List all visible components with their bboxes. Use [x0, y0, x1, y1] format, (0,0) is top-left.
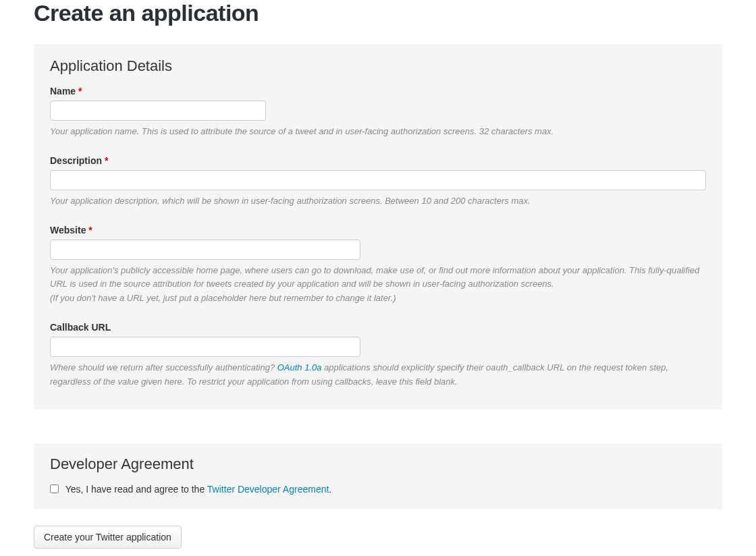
- description-help: Your application description, which will…: [50, 194, 706, 208]
- website-label: Website *: [50, 225, 706, 235]
- name-help: Your application name. This is used to a…: [50, 125, 706, 139]
- application-details-heading: Application Details: [50, 57, 706, 75]
- page-title: Create an application: [34, 0, 722, 26]
- website-group: Website * Your application's publicly ac…: [50, 225, 706, 306]
- description-label: Description *: [50, 155, 706, 166]
- create-application-button[interactable]: Create your Twitter application: [34, 526, 182, 549]
- description-group: Description * Your application descripti…: [50, 155, 706, 208]
- application-details-panel: Application Details Name * Your applicat…: [34, 44, 722, 410]
- callback-input[interactable]: [50, 337, 360, 357]
- oauth-link[interactable]: OAuth 1.0a: [277, 362, 322, 372]
- website-help: Your application's publicly accessible h…: [50, 264, 706, 306]
- callback-group: Callback URL Where should we return afte…: [50, 322, 706, 389]
- developer-agreement-link[interactable]: Twitter Developer Agreement: [207, 484, 329, 495]
- developer-agreement-panel: Developer Agreement Yes, I have read and…: [34, 443, 722, 509]
- description-input[interactable]: [50, 170, 706, 190]
- callback-help: Where should we return after successfull…: [50, 361, 706, 389]
- name-input[interactable]: [50, 101, 266, 121]
- name-label: Name *: [50, 86, 706, 96]
- website-input[interactable]: [50, 240, 360, 260]
- agreement-row: Yes, I have read and agree to the Twitte…: [50, 484, 706, 495]
- agreement-checkbox[interactable]: [50, 484, 59, 493]
- developer-agreement-heading: Developer Agreement: [50, 455, 706, 473]
- callback-label: Callback URL: [50, 322, 706, 333]
- name-group: Name * Your application name. This is us…: [50, 86, 706, 139]
